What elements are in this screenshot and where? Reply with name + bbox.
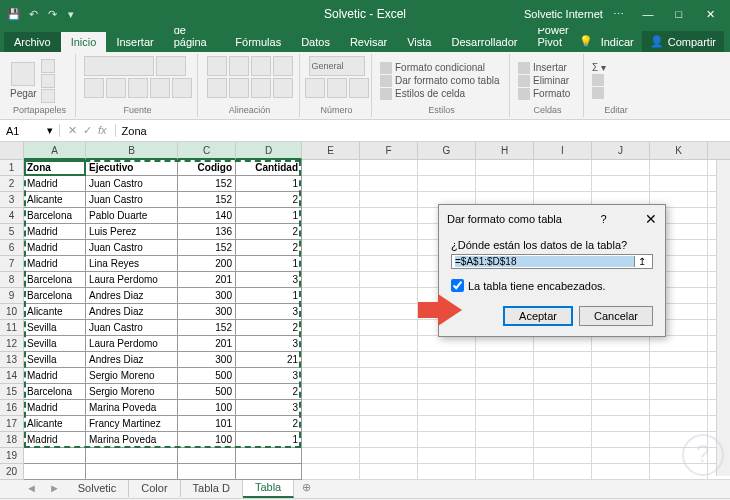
cell[interactable]: Madrid <box>24 224 86 240</box>
row-header[interactable]: 17 <box>0 416 24 432</box>
cell[interactable]: 152 <box>178 240 236 256</box>
add-sheet-button[interactable]: ⊕ <box>294 481 319 494</box>
cell[interactable] <box>476 464 534 480</box>
number-format[interactable]: General <box>309 56 365 76</box>
row-header[interactable]: 6 <box>0 240 24 256</box>
cell[interactable] <box>592 160 650 176</box>
cell[interactable] <box>418 464 476 480</box>
cell[interactable]: Alicante <box>24 304 86 320</box>
cell[interactable]: 2 <box>236 192 302 208</box>
delete-cells-button[interactable]: Eliminar <box>518 75 570 87</box>
cell[interactable]: Sevilla <box>24 320 86 336</box>
headers-checkbox[interactable] <box>451 279 464 292</box>
cell[interactable] <box>360 160 418 176</box>
cell[interactable] <box>418 432 476 448</box>
cell[interactable] <box>236 448 302 464</box>
cell[interactable]: 2 <box>236 384 302 400</box>
font-select[interactable] <box>84 56 154 76</box>
cell[interactable] <box>650 368 708 384</box>
cell[interactable] <box>418 336 476 352</box>
cell[interactable]: Barcelona <box>24 288 86 304</box>
autosum-button[interactable]: Σ ▾ <box>592 62 606 73</box>
row-header[interactable]: 7 <box>0 256 24 272</box>
cell[interactable]: Madrid <box>24 240 86 256</box>
cell[interactable]: 152 <box>178 320 236 336</box>
cell[interactable] <box>650 400 708 416</box>
cell[interactable] <box>302 416 360 432</box>
cell[interactable]: Ejecutivo <box>86 160 178 176</box>
cell[interactable] <box>302 448 360 464</box>
cell[interactable] <box>302 160 360 176</box>
cancel-button[interactable]: Cancelar <box>579 306 653 326</box>
ribbon-options-icon[interactable]: ⋯ <box>613 8 624 21</box>
cell[interactable]: Juan Castro <box>86 192 178 208</box>
cell[interactable]: Juan Castro <box>86 240 178 256</box>
tab-insertar[interactable]: Insertar <box>106 32 163 52</box>
cell[interactable] <box>360 400 418 416</box>
cell[interactable] <box>236 464 302 480</box>
tab-vista[interactable]: Vista <box>397 32 441 52</box>
col-header[interactable]: A <box>24 142 86 160</box>
tab-formulas[interactable]: Fórmulas <box>225 32 291 52</box>
cell[interactable]: 500 <box>178 368 236 384</box>
cell[interactable]: 1 <box>236 176 302 192</box>
sheet-tab[interactable]: Solvetic <box>66 479 130 497</box>
cell[interactable] <box>360 208 418 224</box>
maximize-button[interactable]: □ <box>665 8 693 20</box>
cell[interactable] <box>418 176 476 192</box>
cell[interactable]: Laura Perdomo <box>86 336 178 352</box>
row-header[interactable]: 9 <box>0 288 24 304</box>
cell[interactable]: Madrid <box>24 432 86 448</box>
cell[interactable]: 152 <box>178 192 236 208</box>
align-mid[interactable] <box>229 56 249 76</box>
cell[interactable]: Andres Diaz <box>86 304 178 320</box>
cell[interactable] <box>476 336 534 352</box>
cell[interactable] <box>534 176 592 192</box>
cell[interactable]: Sergio Moreno <box>86 368 178 384</box>
select-all-corner[interactable] <box>0 142 24 160</box>
col-header[interactable]: C <box>178 142 236 160</box>
cell[interactable] <box>360 352 418 368</box>
cell[interactable]: Barcelona <box>24 208 86 224</box>
row-header[interactable]: 20 <box>0 464 24 480</box>
cell[interactable]: 1 <box>236 208 302 224</box>
cell[interactable]: Madrid <box>24 256 86 272</box>
cell[interactable] <box>302 352 360 368</box>
cell[interactable]: 21 <box>236 352 302 368</box>
redo-icon[interactable]: ↷ <box>44 6 60 22</box>
col-header[interactable]: D <box>236 142 302 160</box>
cell[interactable] <box>650 176 708 192</box>
row-header[interactable]: 18 <box>0 432 24 448</box>
cell[interactable] <box>86 448 178 464</box>
cell[interactable]: Zona <box>24 160 86 176</box>
row-header[interactable]: 13 <box>0 352 24 368</box>
cell[interactable] <box>476 384 534 400</box>
sheet-tab[interactable]: Tabla D <box>181 479 243 497</box>
cell[interactable]: 1 <box>236 288 302 304</box>
cell[interactable] <box>360 192 418 208</box>
cell[interactable]: Barcelona <box>24 272 86 288</box>
format-as-table-button[interactable]: Dar formato como tabla <box>380 75 500 87</box>
cell[interactable] <box>360 448 418 464</box>
cell[interactable]: 100 <box>178 432 236 448</box>
row-header[interactable]: 16 <box>0 400 24 416</box>
col-header[interactable]: F <box>360 142 418 160</box>
cell[interactable]: 500 <box>178 384 236 400</box>
cell[interactable]: 140 <box>178 208 236 224</box>
tellme-label[interactable]: Indicar <box>601 36 634 48</box>
cell[interactable] <box>592 432 650 448</box>
fill-color-button[interactable] <box>172 78 192 98</box>
paste-button[interactable]: Pegar <box>10 62 37 99</box>
font-size[interactable] <box>156 56 186 76</box>
cell[interactable] <box>476 176 534 192</box>
cell[interactable] <box>302 192 360 208</box>
fill-button[interactable] <box>592 74 606 86</box>
cell[interactable]: Sevilla <box>24 336 86 352</box>
cell[interactable] <box>360 416 418 432</box>
cell[interactable] <box>534 416 592 432</box>
cell[interactable]: 300 <box>178 304 236 320</box>
cell[interactable] <box>360 432 418 448</box>
cell[interactable] <box>592 336 650 352</box>
row-header[interactable]: 14 <box>0 368 24 384</box>
col-header[interactable]: L <box>708 142 730 160</box>
